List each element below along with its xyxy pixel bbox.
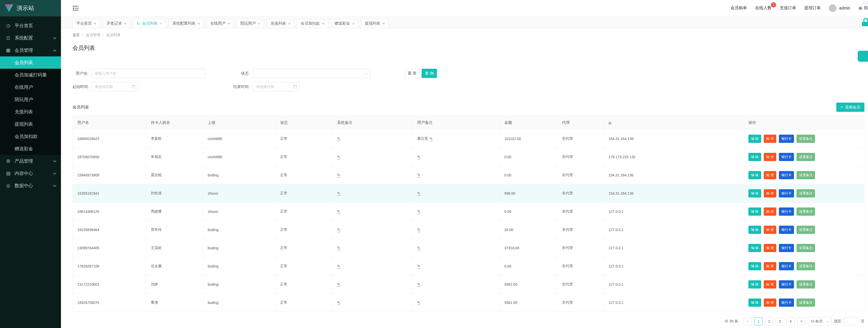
bank-card-button[interactable]: 银行卡 bbox=[779, 244, 794, 252]
edit-button[interactable]: 编 辑 bbox=[748, 153, 761, 161]
topbar-link[interactable]: 充值订单 bbox=[780, 5, 796, 11]
sidebar-subitem[interactable]: 在线用户 bbox=[0, 81, 61, 93]
language-switcher[interactable]: ⊕ 简体 bbox=[859, 5, 868, 11]
set-note-button[interactable]: 设置备注 bbox=[797, 153, 815, 161]
page-tab[interactable]: 充值列表 × bbox=[267, 19, 294, 28]
close-icon[interactable]: × bbox=[228, 21, 230, 26]
user-menu[interactable]: admin bbox=[829, 4, 850, 12]
page-tab[interactable]: 提现列表 × bbox=[361, 19, 389, 28]
page-tab[interactable]: 赠送彩金 × bbox=[331, 19, 359, 28]
close-icon[interactable]: × bbox=[288, 21, 290, 26]
bank-card-button[interactable]: 银行卡 bbox=[779, 280, 794, 289]
edit-button[interactable]: 编 辑 bbox=[748, 189, 761, 197]
prev-page-button[interactable]: < bbox=[744, 317, 752, 325]
page-tab[interactable]: 会员加扣款 × bbox=[297, 19, 328, 28]
close-icon[interactable]: × bbox=[124, 21, 126, 26]
set-note-button[interactable]: 设置备注 bbox=[797, 208, 815, 216]
edit-button[interactable]: 编 辑 bbox=[748, 208, 761, 216]
start-date-input[interactable] bbox=[91, 82, 138, 91]
edit-note-icon[interactable]: ✎ bbox=[417, 264, 421, 269]
edit-note-icon[interactable]: ✎ bbox=[417, 155, 421, 159]
set-note-button[interactable]: 设置备注 bbox=[797, 280, 815, 289]
edit-note-icon[interactable]: ✎ bbox=[337, 228, 340, 232]
edit-note-icon[interactable]: ✎ bbox=[417, 246, 421, 250]
close-icon[interactable]: × bbox=[160, 21, 162, 26]
sidebar-subitem[interactable]: 提现列表 bbox=[0, 118, 61, 130]
account-change-button[interactable]: 账 变 bbox=[764, 244, 777, 252]
topbar-link[interactable]: 会员购单 bbox=[731, 5, 747, 11]
page-button[interactable]: 1 bbox=[754, 317, 763, 325]
sidebar-subitem[interactable]: 赠送彩金 bbox=[0, 143, 61, 155]
close-icon[interactable]: × bbox=[382, 21, 385, 26]
sidebar-item[interactable]: ◷ 平台首页 bbox=[0, 20, 61, 32]
bank-card-button[interactable]: 银行卡 bbox=[779, 135, 794, 143]
set-note-button[interactable]: 设置备注 bbox=[797, 189, 815, 197]
sidebar-item[interactable]: ▦ 会员管理 bbox=[0, 44, 61, 56]
set-note-button[interactable]: 设置备注 bbox=[797, 171, 815, 179]
edit-note-icon[interactable]: ✎ bbox=[417, 173, 421, 177]
edit-note-icon[interactable]: ✎ bbox=[417, 210, 421, 214]
edit-button[interactable]: 编 辑 bbox=[748, 226, 761, 234]
edit-button[interactable]: 编 辑 bbox=[748, 280, 761, 289]
sidebar-subitem[interactable]: 会员加减打码量 bbox=[0, 69, 61, 81]
page-tab[interactable]: 陪玩用户 × bbox=[237, 19, 264, 28]
edit-button[interactable]: 编 辑 bbox=[748, 299, 761, 307]
sidebar-item[interactable]: ⊡ 系统配置 bbox=[0, 32, 61, 44]
account-change-button[interactable]: 账 变 bbox=[764, 208, 777, 216]
bank-card-button[interactable]: 银行卡 bbox=[779, 153, 794, 161]
edit-note-icon[interactable]: ✎ bbox=[337, 301, 340, 305]
sidebar-item[interactable]: ◎ 数据中心 bbox=[0, 180, 61, 192]
sidebar-item[interactable]: ▤ 内容中心 bbox=[0, 167, 61, 180]
account-change-button[interactable]: 账 变 bbox=[764, 189, 777, 197]
account-change-button[interactable]: 账 变 bbox=[764, 135, 777, 143]
set-note-button[interactable]: 设置备注 bbox=[797, 244, 815, 252]
account-change-button[interactable]: 账 变 bbox=[764, 171, 777, 179]
sidebar-subitem[interactable]: 会员加扣款 bbox=[0, 130, 61, 143]
bank-card-button[interactable]: 银行卡 bbox=[779, 299, 794, 307]
set-note-button[interactable]: 设置备注 bbox=[797, 299, 815, 307]
status-select[interactable] bbox=[253, 69, 370, 78]
edit-note-icon[interactable]: ✎ bbox=[417, 282, 421, 287]
page-button[interactable]: 4 bbox=[786, 317, 795, 325]
breadcrumb-item[interactable]: 首页 bbox=[72, 33, 80, 37]
reset-button[interactable]: 重 置 bbox=[405, 69, 420, 78]
bank-card-button[interactable]: 银行卡 bbox=[779, 171, 794, 179]
page-button[interactable]: 3 bbox=[776, 317, 784, 325]
edit-button[interactable]: 编 辑 bbox=[748, 262, 761, 270]
close-icon[interactable]: × bbox=[94, 21, 96, 26]
edit-button[interactable]: 编 辑 bbox=[748, 244, 761, 252]
edit-note-icon[interactable]: ✎ bbox=[337, 137, 340, 141]
edit-note-icon[interactable]: ✎ bbox=[337, 173, 340, 177]
logo[interactable]: 演示站 bbox=[0, 0, 61, 17]
set-note-button[interactable]: 设置备注 bbox=[797, 226, 815, 234]
edit-note-icon[interactable]: ✎ bbox=[337, 191, 340, 196]
account-change-button[interactable]: 账 变 bbox=[764, 280, 777, 289]
bank-card-button[interactable]: 银行卡 bbox=[779, 208, 794, 216]
topbar-link[interactable]: 提现订单 bbox=[804, 5, 820, 11]
lock-icon[interactable] bbox=[862, 18, 868, 26]
refresh-icon[interactable]: ↻ bbox=[137, 21, 140, 26]
bank-card-button[interactable]: 银行卡 bbox=[779, 189, 794, 197]
account-change-button[interactable]: 账 变 bbox=[764, 262, 777, 270]
sidebar-subitem[interactable]: 充值列表 bbox=[0, 106, 61, 118]
page-size-select[interactable]: 10 条/页 bbox=[808, 317, 832, 326]
page-tab[interactable]: 在线用户 × bbox=[207, 19, 234, 28]
page-tab[interactable]: 系统配置列表 × bbox=[168, 19, 204, 28]
close-icon[interactable]: × bbox=[198, 21, 200, 26]
edit-note-icon[interactable]: ✎ bbox=[430, 137, 433, 141]
edit-note-icon[interactable]: ✎ bbox=[417, 301, 421, 305]
edit-note-icon[interactable]: ✎ bbox=[417, 191, 421, 196]
edit-note-icon[interactable]: ✎ bbox=[337, 210, 340, 214]
account-change-button[interactable]: 账 变 bbox=[764, 226, 777, 234]
edit-note-icon[interactable]: ✎ bbox=[337, 282, 340, 287]
sidebar-collapse-icon[interactable] bbox=[72, 5, 79, 11]
account-change-button[interactable]: 账 变 bbox=[764, 153, 777, 161]
end-date-input[interactable] bbox=[253, 82, 300, 91]
edit-button[interactable]: 编 辑 bbox=[748, 171, 761, 179]
add-member-button[interactable]: + 添加会员 bbox=[836, 103, 864, 112]
sidebar-subitem[interactable]: 陪玩用户 bbox=[0, 93, 61, 106]
close-icon[interactable]: × bbox=[258, 21, 260, 26]
jump-page-input[interactable] bbox=[844, 317, 858, 325]
close-icon[interactable]: × bbox=[352, 21, 355, 26]
edit-button[interactable]: 编 辑 bbox=[748, 135, 761, 143]
